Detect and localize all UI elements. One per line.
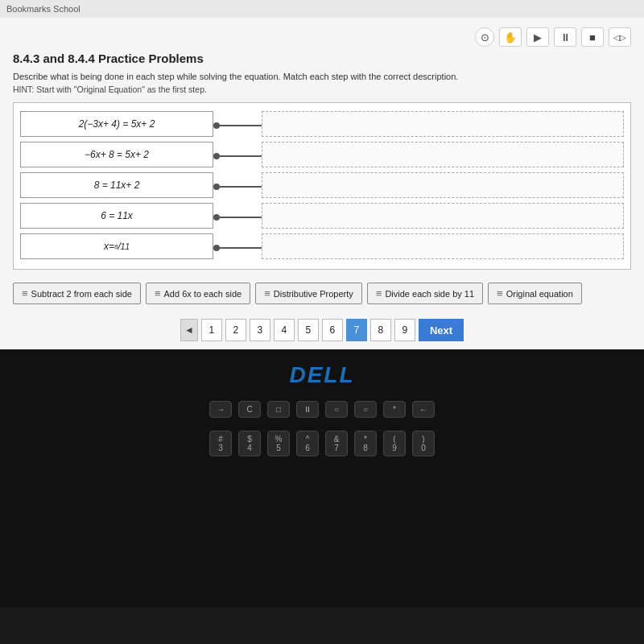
line-4 [220,217,262,218]
drop-box-1[interactable] [262,111,624,137]
key-7: &7 [325,431,348,456]
pagination: ◄ 1 2 3 4 5 6 7 8 9 Next [13,319,631,341]
instruction-hint: HINT: Start with "Original Equation" as … [13,85,631,94]
breadcrumb: Bookmarks School [6,4,80,14]
page-7[interactable]: 7 [346,319,367,341]
key-8: *8 [354,431,377,456]
key-6: ^6 [296,431,319,456]
key-square: □ [267,401,290,418]
dell-logo: DELL [289,362,354,388]
choice-divide[interactable]: Divide each side by 11 [367,283,483,304]
choice-add6x[interactable]: Add 6x to each side [146,283,250,304]
key-c: C [238,401,261,418]
key-4: $4 [238,431,261,456]
page-title: 8.4.3 and 8.4.4 Practice Problems [13,52,631,65]
key-circle1: ○ [325,401,348,418]
stop-btn[interactable]: ■ [581,27,604,47]
line-5 [220,247,262,249]
drop-box-3[interactable] [262,172,624,198]
page-8[interactable]: 8 [370,319,391,341]
next-button[interactable]: Next [419,319,464,341]
dot-5 [213,245,220,251]
drop-column [262,111,624,261]
connector-3 [213,174,262,200]
connector-1 [213,113,262,138]
dot-3 [213,184,220,190]
instruction-main: Describe what is being done in each step… [13,72,631,81]
key-star: * [383,401,406,418]
key-9: (9 [383,431,406,456]
key-0: )0 [412,431,435,456]
keyboard-area: → C □ ⏸ ○ ○ * ← [0,401,644,418]
page-4[interactable]: 4 [274,319,295,341]
key-back: ← [412,401,435,418]
equations-column: 2(−3x + 4) = 5x + 2 −6x + 8 = 5x + 2 8 =… [20,111,213,261]
key-arrow: → [209,401,232,418]
page-9[interactable]: 9 [394,319,415,341]
toolbar: ⊙ ✋ ▶ ⏸ ■ ◁▷ [13,27,631,47]
equation-5: x = 6/11 [20,233,213,259]
pause-btn[interactable]: ⏸ [554,27,576,47]
page-1[interactable]: 1 [201,319,222,341]
play-btn[interactable]: ▶ [526,27,549,47]
page-3[interactable]: 3 [250,319,270,341]
choice-subtract[interactable]: Subtract 2 from each side [13,283,141,304]
page-5[interactable]: 5 [298,319,319,341]
drop-box-4[interactable] [262,203,624,229]
connectors-column [213,111,262,261]
choice-distributive[interactable]: Distributive Property [255,283,362,304]
line-3 [220,186,262,188]
circle-btn[interactable]: ⊙ [475,27,494,47]
prev-page-btn[interactable]: ◄ [180,319,198,341]
line-1 [220,125,262,126]
equation-2: −6x + 8 = 5x + 2 [20,142,213,167]
equation-4: 6 = 11x [20,203,213,229]
answer-choices: Subtract 2 from each side Add 6x to each… [13,278,631,309]
page-6[interactable]: 6 [322,319,343,341]
line-2 [220,155,262,157]
drop-box-2[interactable] [262,142,624,167]
dot-1 [213,122,220,129]
connector-4 [213,204,262,230]
match-area: 2(−3x + 4) = 5x + 2 −6x + 8 = 5x + 2 8 =… [13,102,631,270]
key-pause: ⏸ [296,401,319,418]
browser-top: Bookmarks School [0,0,644,18]
cc-btn[interactable]: ◁▷ [609,27,631,47]
choice-original[interactable]: Original equation [488,283,582,304]
connector-2 [213,143,262,169]
hand-btn[interactable]: ✋ [499,27,522,47]
keyboard-row2: #3 $4 %5 ^6 &7 *8 (9 )0 [0,431,644,456]
dot-4 [213,214,220,221]
key-circle2: ○ [354,401,377,418]
equation-3: 8 = 11x + 2 [20,172,213,198]
key-5: %5 [267,431,290,456]
page-2[interactable]: 2 [225,319,246,341]
drop-box-5[interactable] [262,233,624,259]
dot-2 [213,153,220,159]
connector-5 [213,235,262,261]
equation-1: 2(−3x + 4) = 5x + 2 [20,111,213,137]
key-3: #3 [209,431,232,456]
content-area: ⊙ ✋ ▶ ⏸ ■ ◁▷ 8.4.3 and 8.4.4 Practice Pr… [0,18,644,349]
dark-bottom: DELL → C □ ⏸ ○ ○ * ← #3 $4 %5 ^6 &7 *8 (… [0,349,644,607]
